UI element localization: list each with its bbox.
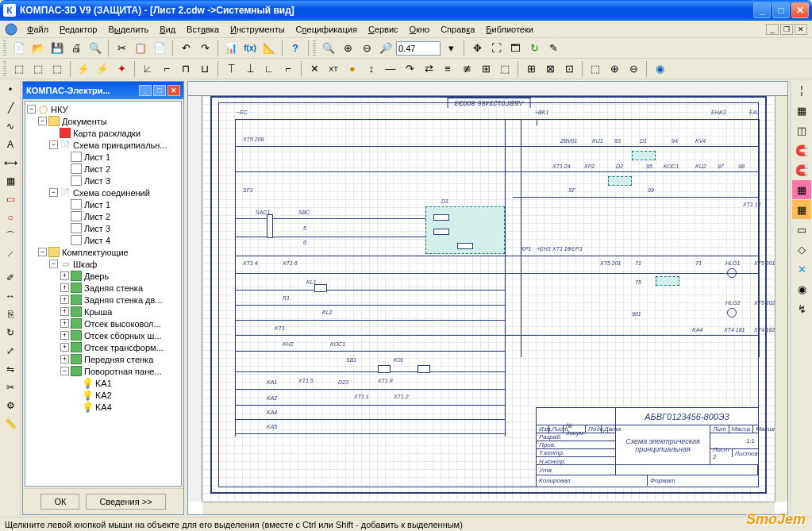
lt-rect-icon[interactable]: ▭ — [2, 190, 19, 208]
tree-sheet[interactable]: Лист 1 — [27, 198, 179, 210]
grip-icon[interactable] — [313, 40, 316, 56]
mdi-restore[interactable]: ❐ — [780, 24, 793, 35]
rt-btn-8[interactable]: ▭ — [792, 220, 811, 239]
menu-insert[interactable]: Вставка — [182, 23, 224, 36]
lt-circle-icon[interactable]: ○ — [2, 209, 19, 226]
el-btn-9[interactable]: ⊓ — [177, 60, 194, 78]
undo-button[interactable]: ↶ — [177, 40, 194, 57]
tree-item[interactable]: +Задняя стенка — [27, 282, 179, 294]
tree-item[interactable]: 💡KA2 — [27, 389, 179, 401]
lt-move-icon[interactable]: ↔ — [2, 287, 19, 305]
zoom-out-button[interactable]: ⊖ — [358, 40, 375, 57]
lt-text-icon[interactable]: A — [2, 136, 19, 153]
rt-magnet2-icon[interactable]: 🧲 — [792, 160, 811, 179]
el-btn-3[interactable]: ⬚ — [48, 60, 66, 78]
el-btn-24[interactable]: ⊞ — [477, 60, 495, 78]
tree-item[interactable]: +Отсек высоковол... — [27, 317, 179, 329]
save-button[interactable]: 💾 — [48, 40, 66, 57]
el-btn-28[interactable]: ⊡ — [560, 60, 578, 78]
lt-trim-icon[interactable]: ✂ — [2, 379, 19, 396]
tree-shkaf[interactable]: −▭Шкаф — [27, 258, 179, 270]
lt-measure-icon[interactable]: 📏 — [2, 415, 19, 433]
menu-spec[interactable]: Спецификация — [291, 23, 362, 36]
rt-btn-6[interactable]: ▦ — [792, 180, 811, 199]
menu-libs[interactable]: Библиотеки — [481, 23, 538, 36]
el-btn-7[interactable]: ⟀ — [139, 60, 156, 78]
lt-arc-icon[interactable]: ⌒ — [2, 227, 19, 244]
tree-layout[interactable]: Карта раскладки — [27, 127, 179, 139]
mdi-close[interactable]: ✕ — [795, 24, 807, 35]
minimize-button[interactable]: _ — [753, 2, 771, 18]
el-btn-27[interactable]: ⊠ — [541, 60, 559, 78]
el-btn-18[interactable]: ↕ — [363, 60, 380, 78]
drawing-viewport[interactable]: АБВГ0123456-800Э3 — [202, 96, 775, 502]
refresh-button[interactable]: ↻ — [525, 40, 543, 57]
menu-help[interactable]: Справка — [436, 23, 479, 36]
lt-mirror-icon[interactable]: ⇋ — [2, 360, 19, 378]
el-btn-11[interactable]: ⟙ — [222, 60, 240, 78]
tree-view[interactable]: −◯НКУ −Документы Карта раскладки −📄Схема… — [25, 101, 182, 487]
zoom-fit-button[interactable]: ⛶ — [487, 40, 505, 57]
redo-button[interactable]: ↷ — [196, 40, 214, 57]
rt-btn-7[interactable]: ▦ — [792, 200, 811, 219]
tree-docs[interactable]: −Документы — [27, 115, 179, 127]
tree-item[interactable]: +Отсек трансформ... — [27, 341, 179, 353]
scrollbar-vertical[interactable] — [775, 96, 787, 502]
lt-hatch-icon[interactable]: ▦ — [2, 172, 19, 190]
menu-edit[interactable]: Редактор — [55, 23, 102, 36]
tree-item[interactable]: 💡KA1 — [27, 377, 179, 389]
tree-schema-c[interactable]: −📄Схема соединений — [27, 187, 179, 198]
lt-curve-icon[interactable]: ∿ — [2, 117, 19, 135]
panel-max-button[interactable]: □ — [153, 85, 166, 96]
tree-item[interactable]: +Передняя стенка — [27, 353, 179, 365]
help-button[interactable]: ? — [287, 40, 304, 57]
zoom-window-button[interactable]: 🔍 — [320, 40, 337, 57]
lt-param-icon[interactable]: ⚙ — [2, 397, 19, 414]
open-button[interactable]: 📂 — [29, 40, 47, 57]
fx-button[interactable]: f(x) — [241, 40, 259, 57]
zoom-in-button[interactable]: ⊕ — [339, 40, 356, 57]
grip-icon[interactable] — [3, 40, 6, 56]
mdi-minimize[interactable]: _ — [766, 24, 779, 35]
tree-sheet[interactable]: Лист 2 — [27, 163, 179, 175]
spec-button[interactable]: 📊 — [222, 40, 240, 57]
panel-min-button[interactable]: _ — [139, 85, 152, 96]
rt-btn-2[interactable]: ▦ — [792, 101, 811, 120]
rt-btn-11[interactable]: ◉ — [792, 279, 811, 298]
el-btn-13[interactable]: ∟ — [260, 60, 278, 78]
el-btn-31[interactable]: ⊖ — [625, 60, 642, 78]
menu-view[interactable]: Вид — [155, 23, 180, 36]
tree-item[interactable]: +Дверь — [27, 270, 179, 282]
tree-sheet[interactable]: Лист 1 — [27, 151, 179, 163]
tree-item[interactable]: +Крыша — [27, 306, 179, 317]
el-btn-14[interactable]: ⌐ — [279, 60, 297, 78]
el-btn-1[interactable]: ⬚ — [10, 60, 28, 78]
el-btn-23[interactable]: ≢ — [458, 60, 475, 78]
tree-item[interactable]: 💡KA4 — [27, 401, 179, 413]
zoom-input[interactable] — [396, 41, 441, 56]
rt-btn-9[interactable]: ◇ — [792, 240, 811, 259]
lt-rotate-icon[interactable]: ↻ — [2, 324, 19, 341]
el-btn-26[interactable]: ⊞ — [522, 60, 540, 78]
el-btn-8[interactable]: ⌐ — [158, 60, 175, 78]
rt-magnet-icon[interactable]: 🧲 — [792, 140, 811, 160]
tree-komplekt[interactable]: −Комплектующие — [27, 246, 179, 258]
scrollbar-horizontal[interactable] — [202, 502, 775, 514]
el-btn-25[interactable]: ⬚ — [496, 60, 514, 78]
lt-spline-icon[interactable]: ⟋ — [2, 245, 19, 263]
panel-close-button[interactable]: ✕ — [167, 85, 180, 96]
paste-button[interactable]: 📄 — [151, 40, 168, 57]
el-btn-15[interactable]: ✕ — [306, 60, 323, 78]
redraw-button[interactable]: ✎ — [545, 40, 562, 57]
menu-select[interactable]: Выделить — [103, 23, 153, 36]
pan-button[interactable]: ✥ — [468, 40, 486, 57]
info-button[interactable]: Сведения >> — [86, 494, 165, 510]
lt-copy-icon[interactable]: ⎘ — [2, 306, 19, 323]
new-button[interactable]: 📄 — [10, 40, 28, 57]
el-btn-19[interactable]: — — [382, 60, 399, 78]
menu-tools[interactable]: Инструменты — [225, 23, 290, 36]
zoom-prev-button[interactable]: 🗔 — [506, 40, 524, 57]
tree-item[interactable]: +Отсек сборных ш... — [27, 329, 179, 341]
rt-btn-3[interactable]: ◫ — [792, 121, 811, 140]
el-btn-4[interactable]: ⚡ — [75, 60, 92, 78]
